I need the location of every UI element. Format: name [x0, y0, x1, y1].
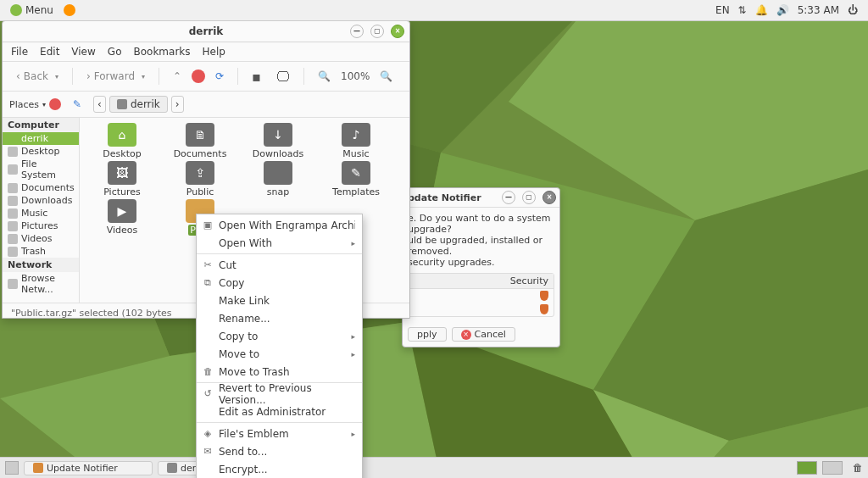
folder-templates[interactable]: ✎Templates: [317, 161, 395, 197]
trash-applet-icon[interactable]: 🗑: [853, 462, 863, 474]
trash-icon: 🗑: [202, 366, 214, 378]
bottom-panel: Update Notifier derrik 🗑: [0, 457, 868, 478]
workspace-1[interactable]: [797, 461, 817, 475]
update-window-titlebar[interactable]: pdate Notifier — ▢ ×: [403, 188, 559, 208]
maximize-icon[interactable]: ▢: [522, 191, 536, 204]
folder-icon: [8, 183, 18, 193]
chevron-down-icon: ▾: [55, 73, 58, 81]
show-desktop-icon[interactable]: [5, 461, 19, 475]
sidebar-item-downloads[interactable]: Downloads: [3, 194, 79, 207]
security-column-header: Security: [510, 275, 548, 286]
sidebar-close-icon[interactable]: [49, 98, 61, 110]
sidebar-item-desktop[interactable]: Desktop: [3, 145, 79, 158]
zoom-out-button[interactable]: 🔍: [313, 69, 336, 84]
revert-icon: ↺: [202, 388, 214, 400]
close-icon[interactable]: ×: [542, 191, 556, 204]
volume-icon[interactable]: 🔊: [776, 4, 789, 16]
update-message-1: e. Do you want to do a system upgrade?: [408, 213, 554, 235]
shutdown-icon[interactable]: ⏻: [848, 4, 858, 16]
copy-icon: ⧉: [202, 277, 214, 289]
computer-button[interactable]: 🖵: [271, 67, 295, 86]
folder-icon: 🗎: [186, 123, 214, 147]
chevron-right-icon: ›: [86, 70, 91, 82]
back-button[interactable]: ‹Back▾: [11, 69, 64, 84]
maximize-icon[interactable]: ▢: [370, 25, 384, 38]
folder-documents[interactable]: 🗎Documents: [161, 123, 239, 159]
chevron-down-icon[interactable]: ▾: [42, 101, 46, 108]
update-notifier-window[interactable]: pdate Notifier — ▢ × e. Do you want to d…: [402, 187, 560, 347]
zoom-in-button[interactable]: 🔍: [375, 69, 398, 84]
ctx-rename[interactable]: Rename...: [197, 309, 362, 327]
ctx-open-with-engrampa[interactable]: ▣Open With Engrampa Archive Manager: [197, 216, 362, 234]
notifications-icon[interactable]: 🔔: [755, 4, 768, 16]
folder-music[interactable]: ♪Music: [317, 123, 395, 159]
firefox-launcher-icon[interactable]: [64, 4, 75, 16]
trash-icon: [8, 247, 18, 257]
sidebar-item-documents[interactable]: Documents: [3, 181, 79, 194]
ctx-revert-version[interactable]: ↺Revert to Previous Version...: [197, 385, 362, 403]
minimize-icon[interactable]: —: [350, 25, 364, 38]
keyboard-layout-indicator[interactable]: EN: [715, 4, 730, 16]
network-icon[interactable]: ⇅: [738, 4, 747, 16]
ctx-copy-to[interactable]: Copy to▸: [197, 327, 362, 345]
edit-path-button[interactable]: ✎: [73, 98, 81, 110]
ctx-move-to-trash[interactable]: 🗑Move to Trash: [197, 363, 362, 381]
breadcrumb-current[interactable]: derrik: [109, 96, 168, 113]
folder-icon: [8, 234, 18, 244]
ctx-cut[interactable]: ✂Cut: [197, 256, 362, 274]
stop-icon[interactable]: [192, 69, 205, 83]
sidebar-item-home[interactable]: derrik: [3, 132, 79, 145]
ctx-make-link[interactable]: Make Link: [197, 292, 362, 309]
folder-public[interactable]: ⇪Public: [161, 161, 239, 197]
breadcrumb-prev[interactable]: ‹: [93, 96, 106, 113]
menu-edit[interactable]: Edit: [40, 46, 59, 58]
folder-icon: ⇪: [186, 161, 214, 185]
taskbar-update-notifier[interactable]: Update Notifier: [24, 461, 153, 475]
folder-videos[interactable]: ▶Videos: [83, 199, 161, 236]
sidebar-item-filesystem[interactable]: File System: [3, 158, 79, 181]
breadcrumb-next[interactable]: ›: [171, 96, 184, 113]
menu-view[interactable]: View: [71, 46, 95, 58]
ctx-edit-as-admin[interactable]: Edit as Administrator: [197, 403, 362, 420]
menu-go[interactable]: Go: [108, 46, 122, 58]
chevron-down-icon: ▾: [142, 73, 145, 81]
up-button[interactable]: ⌃: [168, 69, 186, 84]
sidebar-item-pictures[interactable]: Pictures: [3, 220, 79, 232]
folder-downloads[interactable]: ↓Downloads: [239, 123, 317, 159]
menu-bookmarks[interactable]: Bookmarks: [133, 46, 190, 58]
ctx-emblem[interactable]: ◈File's Emblem▸: [197, 425, 362, 442]
context-menu[interactable]: ▣Open With Engrampa Archive Manager Open…: [196, 214, 363, 478]
folder-desktop[interactable]: ⌂Desktop: [83, 123, 161, 159]
folder-snap[interactable]: snap: [239, 161, 317, 197]
sidebar-item-videos[interactable]: Videos: [3, 232, 79, 245]
update-icon: [33, 463, 43, 473]
ctx-send-to[interactable]: ✉Send to...: [197, 442, 362, 460]
applications-menu-button[interactable]: Menu: [5, 4, 58, 16]
sidebar-item-music[interactable]: Music: [3, 207, 79, 220]
close-icon[interactable]: ×: [391, 25, 404, 38]
forward-button[interactable]: ›Forward▾: [81, 69, 150, 84]
home-button[interactable]: ▪: [247, 67, 266, 86]
sidebar-item-trash[interactable]: Trash: [3, 245, 79, 258]
emblem-icon: ◈: [202, 428, 214, 440]
minimize-icon[interactable]: —: [502, 191, 515, 204]
places-dropdown-label[interactable]: Places: [9, 99, 39, 110]
sidebar-network-header: Network: [3, 258, 79, 272]
top-panel: Menu EN ⇅ 🔔 🔊 5:33 AM ⏻: [0, 0, 868, 21]
apply-button[interactable]: pply: [408, 327, 447, 342]
ctx-copy[interactable]: ⧉Copy: [197, 274, 362, 292]
ctx-encrypt[interactable]: Encrypt...: [197, 460, 362, 478]
menu-help[interactable]: Help: [203, 46, 225, 58]
ctx-open-with[interactable]: Open With▸: [197, 234, 362, 252]
chevron-right-icon: ▸: [351, 430, 355, 438]
menu-file[interactable]: File: [11, 46, 28, 58]
clock[interactable]: 5:33 AM: [798, 4, 839, 16]
workspace-2[interactable]: [822, 461, 843, 475]
sidebar-item-browse-network[interactable]: Browse Netw...: [3, 272, 79, 296]
folder-pictures[interactable]: 🖼Pictures: [83, 161, 161, 197]
titlebar[interactable]: derrik — ▢ ×: [3, 21, 409, 42]
ctx-move-to[interactable]: Move to▸: [197, 345, 362, 363]
cut-icon: ✂: [202, 259, 214, 271]
reload-button[interactable]: ⟳: [210, 69, 229, 84]
cancel-button[interactable]: ×Cancel: [452, 327, 515, 342]
